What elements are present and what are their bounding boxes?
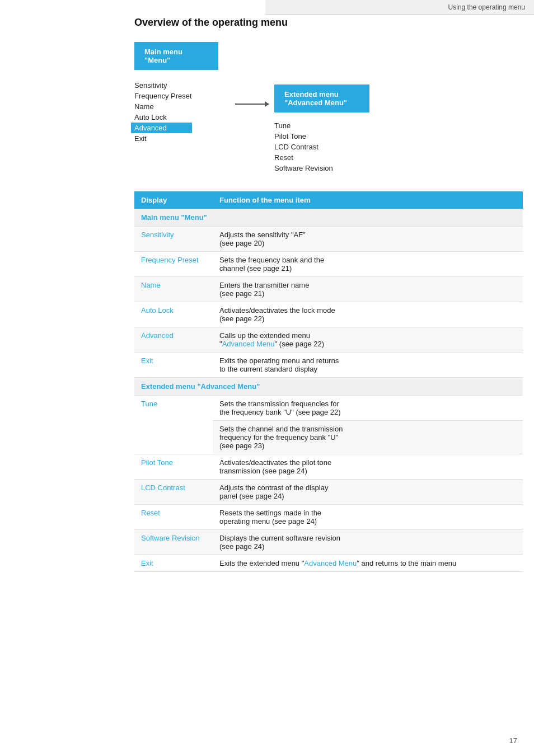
table-row: Exit Exits the extended menu "Advanced M… (134, 555, 523, 572)
display-cell: Auto Lock (134, 302, 213, 327)
display-cell: Name (134, 277, 213, 302)
main-menu-box: Main menu "Menu" (134, 42, 218, 70)
main-menu-list: Sensitivity Frequency Preset Name Auto L… (134, 80, 192, 144)
table-row: Tune Sets the transmission frequencies f… (134, 396, 523, 421)
table-row: Pilot Tone Activates/deactivates the pil… (134, 454, 523, 480)
list-item: Sensitivity (134, 80, 192, 91)
diagram-right: Extended menu "Advanced Menu" Tune Pilot… (274, 42, 369, 173)
page-title: Overview of the operating menu (134, 17, 523, 29)
list-item: Auto Lock (134, 112, 192, 123)
col-display-header: Display (134, 191, 213, 209)
section-main-header: Main menu "Menu" (134, 209, 523, 227)
diagram: Main menu "Menu" Sensitivity Frequency P… (134, 42, 523, 173)
header-bar: Using the operating menu (265, 0, 534, 15)
function-cell: Exits the operating menu and returnsto t… (213, 353, 523, 378)
display-cell: Exit (134, 353, 213, 378)
table-row: Exit Exits the operating menu and return… (134, 353, 523, 378)
list-item: Software Revision (274, 163, 369, 173)
function-cell: Enters the transmitter name(see page 21) (213, 277, 523, 302)
table-row: Software Revision Displays the current s… (134, 530, 523, 555)
function-cell: Adjusts the contrast of the displaypanel… (213, 480, 523, 505)
extended-menu-list: Tune Pilot Tone LCD Contrast Reset Softw… (274, 120, 369, 173)
header-text: Using the operating menu (448, 3, 525, 11)
advanced-menu-link2[interactable]: Advanced Menu (304, 559, 357, 567)
function-cell: Resets the settings made in theoperating… (213, 505, 523, 530)
list-item: Reset (274, 152, 369, 163)
table-row: Sensitivity Adjusts the sensitivity "AF"… (134, 227, 523, 252)
table-row: Advanced Calls up the extended menu"Adva… (134, 327, 523, 353)
function-cell: Displays the current software revision(s… (213, 530, 523, 555)
function-cell: Sets the frequency bank and thechannel (… (213, 252, 523, 277)
display-cell: LCD Contrast (134, 480, 213, 505)
display-cell: Tune (134, 396, 213, 454)
table-row: Frequency Preset Sets the frequency bank… (134, 252, 523, 277)
display-cell: Advanced (134, 327, 213, 353)
table-row: Name Enters the transmitter name(see pag… (134, 277, 523, 302)
list-item: LCD Contrast (274, 142, 369, 152)
function-cell: Sets the transmission frequencies forthe… (213, 396, 523, 421)
list-item-advanced: Advanced (131, 123, 192, 133)
list-item: Exit (134, 133, 192, 144)
function-cell: Calls up the extended menu"Advanced Menu… (213, 327, 523, 353)
list-item: Frequency Preset (134, 91, 192, 101)
menu-table: Display Function of the menu item Main m… (134, 191, 523, 572)
table-row: Auto Lock Activates/deactivates the lock… (134, 302, 523, 327)
advanced-menu-link[interactable]: Advanced Menu (222, 340, 275, 348)
table-row: Reset Resets the settings made in theope… (134, 505, 523, 530)
list-item: Pilot Tone (274, 131, 369, 142)
function-cell: Sets the channel and the transmissionfre… (213, 421, 523, 454)
diagram-arrow (235, 42, 269, 105)
function-cell: Adjusts the sensitivity "AF"(see page 20… (213, 227, 523, 252)
arrow-line (235, 104, 269, 105)
display-cell: Pilot Tone (134, 454, 213, 480)
section-extended-header: Extended menu "Advanced Menu" (134, 378, 523, 396)
diagram-left: Main menu "Menu" Sensitivity Frequency P… (134, 42, 229, 144)
extended-menu-box: Extended menu "Advanced Menu" (274, 84, 369, 112)
display-cell: Exit (134, 555, 213, 572)
table-row: LCD Contrast Adjusts the contrast of the… (134, 480, 523, 505)
list-item: Name (134, 101, 192, 112)
list-item: Tune (274, 120, 369, 131)
display-cell: Software Revision (134, 530, 213, 555)
display-cell: Frequency Preset (134, 252, 213, 277)
function-cell: Activates/deactivates the pilot tonetran… (213, 454, 523, 480)
col-function-header: Function of the menu item (213, 191, 523, 209)
function-cell: Activates/deactivates the lock mode(see … (213, 302, 523, 327)
display-cell: Reset (134, 505, 213, 530)
display-cell: Sensitivity (134, 227, 213, 252)
page-number: 17 (509, 736, 517, 745)
function-cell: Exits the extended menu "Advanced Menu" … (213, 555, 523, 572)
